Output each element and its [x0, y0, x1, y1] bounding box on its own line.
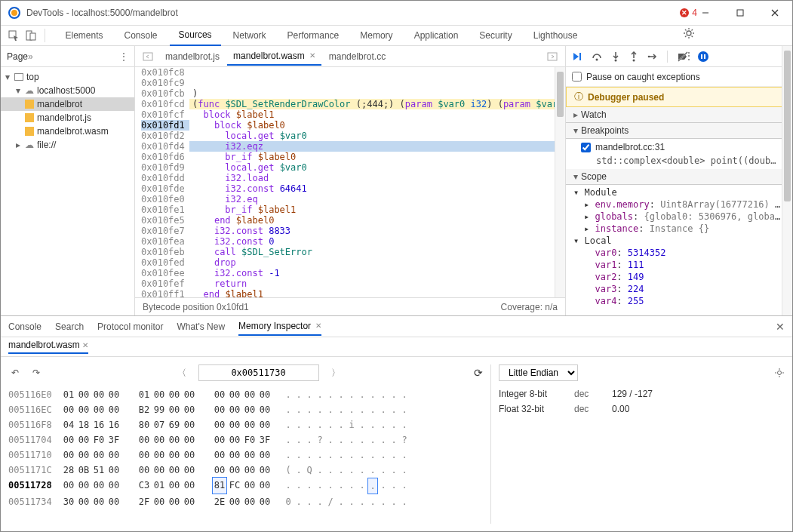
drawer-tab[interactable]: Memory Inspector✕ [238, 318, 321, 336]
file-icon [25, 100, 34, 109]
step-into-icon[interactable] [611, 51, 620, 62]
endian-select[interactable]: Little Endian [499, 364, 578, 381]
svg-rect-16 [143, 53, 152, 60]
scope-item[interactable]: ▸ globals: {global0: 5306976, global1: 6… [573, 211, 785, 223]
scope-local-var[interactable]: var1: 111 [573, 259, 785, 271]
panel-tabs: ElementsConsoleSourcesNetworkPerformance… [56, 25, 586, 46]
svg-point-21 [615, 59, 617, 61]
close-icon[interactable]: ✕ [309, 51, 315, 60]
code-editor[interactable]: 0x010fc80x010fc90x010fcb0x010fcd0x010fcf… [135, 67, 565, 297]
drawer-tab[interactable]: Search [55, 318, 84, 335]
file-icon [25, 113, 34, 122]
pause-exceptions-icon[interactable] [698, 51, 708, 62]
scope-item[interactable]: ▸ env.memory: Uint8Array(16777216) [101,… [573, 198, 785, 211]
scope-local-var[interactable]: var0: 5314352 [573, 247, 785, 259]
svg-point-23 [633, 59, 635, 61]
close-icon[interactable]: ✕ [82, 341, 88, 349]
redo-icon[interactable]: ↷ [29, 367, 43, 378]
debugger-paused-banner: ⓘ Debugger paused [566, 87, 792, 107]
navigator-label: Page [7, 51, 28, 62]
tree-top[interactable]: ▾ top [1, 70, 134, 84]
panel-tab[interactable]: Lighthouse [524, 26, 587, 45]
address-input[interactable] [198, 364, 319, 381]
breakpoints-section[interactable]: ▾Breakpoints [566, 123, 792, 139]
breakpoint-checkbox[interactable] [581, 143, 591, 152]
tree-item[interactable]: mandelbrot [1, 97, 134, 111]
debugger-panel: Pause on caught exceptions ⓘ Debugger pa… [566, 46, 792, 315]
breakpoint-item[interactable]: mandelbrot.cc:31 [566, 139, 792, 155]
panel-tab[interactable]: Performance [278, 26, 349, 45]
kebab-icon[interactable]: ⋮ [119, 51, 128, 62]
svg-point-30 [778, 371, 782, 375]
inspect-icon[interactable] [7, 28, 20, 43]
debugger-toolbar [566, 46, 792, 67]
memory-inspector: ↶ ↷ 〈 〉 ⟳ 005116E00100000001000000000000… [1, 357, 792, 531]
chevron-right-icon[interactable]: » [28, 51, 33, 62]
pause-on-caught[interactable]: Pause on caught exceptions [566, 67, 792, 87]
refresh-icon[interactable]: ⟳ [474, 367, 483, 379]
drawer-tab[interactable]: What's New [177, 318, 225, 335]
panel-tab[interactable]: Sources [170, 25, 221, 46]
watch-section[interactable]: ▸Watch [566, 107, 792, 123]
step-over-icon[interactable] [592, 52, 602, 61]
panel-tab[interactable]: Security [470, 26, 521, 45]
editor-tab[interactable]: mandelbrot.wasm✕ [227, 48, 321, 66]
close-drawer-icon[interactable]: ✕ [776, 321, 785, 333]
tree-item[interactable]: mandelbrot.js [1, 111, 134, 125]
hex-view[interactable]: 005116E0010000000100000000000000........… [8, 387, 483, 509]
tree-file-scheme[interactable]: ▸☁ file:// [1, 138, 134, 152]
tree-origin[interactable]: ▾☁ localhost:5000 [1, 84, 134, 97]
nav-back-icon[interactable] [138, 51, 158, 62]
panel-tab[interactable]: Elements [56, 26, 112, 45]
svg-point-25 [648, 55, 650, 57]
memory-subtab[interactable]: mandelbrot.wasm ✕ [8, 340, 88, 354]
panel-tab[interactable]: Application [405, 26, 468, 45]
svg-line-14 [685, 36, 687, 38]
scrollbar[interactable] [555, 67, 565, 297]
drawer-tab[interactable]: Protocol monitor [97, 318, 163, 335]
value-row: Integer 8-bitdec129 / -127 [499, 389, 785, 399]
resume-icon[interactable] [572, 51, 582, 62]
svg-rect-17 [548, 53, 557, 60]
scope-local-var[interactable]: var4: 255 [573, 295, 785, 307]
bytecode-position: Bytecode position 0x10fd1 [143, 302, 249, 312]
scope-section[interactable]: ▾Scope [566, 169, 792, 185]
scope-local-var[interactable]: var2: 149 [573, 271, 785, 283]
next-page-icon[interactable]: 〉 [331, 367, 340, 380]
svg-rect-28 [701, 54, 702, 59]
panel-tab[interactable]: Memory [351, 26, 401, 45]
navigator-panel: Page » ⋮ ▾ top ▾☁ localhost:5000 mandelb… [1, 46, 135, 315]
close-icon[interactable]: ✕ [315, 321, 321, 330]
step-out-icon[interactable] [629, 51, 638, 62]
editor-status: Bytecode position 0x10fd1 Coverage: n/a [135, 297, 565, 315]
pause-on-caught-checkbox[interactable] [572, 72, 582, 81]
svg-point-7 [687, 31, 691, 35]
cloud-icon: ☁ [25, 85, 34, 96]
scrollbar[interactable] [782, 46, 792, 315]
editor-tab[interactable]: mandelbrot.cc [323, 48, 392, 65]
scope-item[interactable]: ▸ instance: Instance {} [573, 223, 785, 235]
cloud-icon: ☁ [25, 140, 34, 150]
prev-page-icon[interactable]: 〈 [177, 367, 186, 380]
scope-module[interactable]: ▾ Module [573, 186, 785, 198]
panel-tab[interactable]: Console [115, 26, 167, 45]
gear-icon[interactable] [681, 26, 696, 41]
deactivate-breakpoints-icon[interactable] [677, 51, 689, 62]
error-icon: ✕ [680, 8, 689, 17]
gear-icon[interactable] [774, 367, 785, 378]
errors-badge[interactable]: ✕ 4 [680, 8, 697, 18]
svg-line-12 [685, 29, 687, 31]
step-icon[interactable] [647, 52, 658, 61]
main-toolbar: ElementsConsoleSourcesNetworkPerformance… [1, 25, 792, 46]
nav-fwd-icon[interactable] [542, 51, 562, 62]
editor-tab[interactable]: mandelbrot.js [159, 48, 226, 65]
device-icon[interactable] [24, 28, 37, 43]
svg-line-13 [691, 36, 693, 38]
undo-icon[interactable]: ↶ [8, 367, 22, 378]
scope-local[interactable]: ▾ Local [573, 235, 785, 247]
drawer-tab[interactable]: Console [8, 318, 41, 335]
tree-item[interactable]: mandelbrot.wasm [1, 125, 134, 138]
scope-local-var[interactable]: var3: 224 [573, 283, 785, 295]
svg-point-19 [596, 58, 598, 60]
panel-tab[interactable]: Network [224, 26, 275, 45]
